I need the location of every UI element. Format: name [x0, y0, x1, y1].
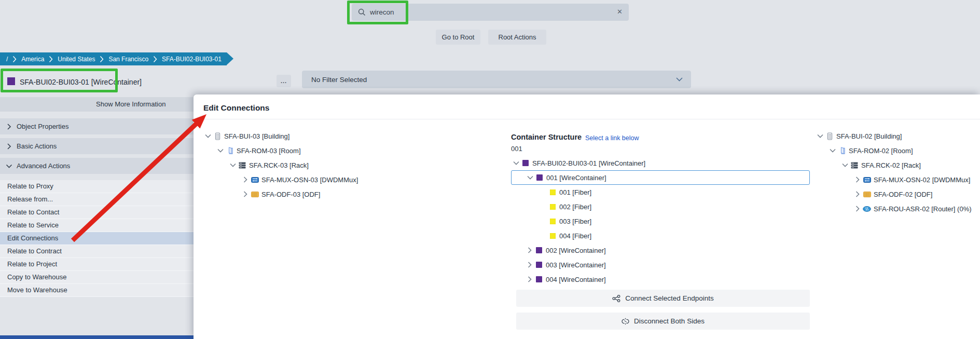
disconnect-icon — [622, 318, 629, 325]
tree-node-label: SFA-ROM-02 [Room] — [849, 147, 913, 155]
dialog-title: Edit Connections — [203, 103, 269, 113]
building-icon — [824, 132, 835, 140]
tree-row[interactable]: SFA-ROM-02 [Room] — [815, 143, 972, 158]
tree-row[interactable]: SFA.RCK-02 [Rack] — [815, 158, 972, 172]
action-item-move-to-warehouse[interactable]: Move to Warehouse — [0, 284, 194, 297]
chevron-down-icon[interactable] — [205, 132, 211, 140]
show-more-information-label[interactable]: Show More Information — [96, 97, 165, 112]
close-icon[interactable]: ✕ — [617, 8, 623, 16]
advanced-actions-list: Relate to ProxyRelease from...Relate to … — [0, 180, 194, 297]
rack-icon — [237, 162, 247, 169]
action-item-relate-to-contract[interactable]: Relate to Contract — [0, 245, 194, 258]
breadcrumb-separator-icon — [153, 56, 157, 63]
tree-row[interactable]: SFA-BUI-03 [Building] — [203, 129, 358, 143]
tree-row[interactable]: SFA-ODF-03 [ODF] — [203, 187, 358, 201]
tree-node-label: SFA.RCK-03 [Rack] — [249, 161, 309, 169]
dialog-buttons: Connect Selected EndpointsDisconnect Bot… — [516, 94, 810, 339]
action-item-relate-to-service[interactable]: Relate to Service — [0, 219, 194, 232]
tree-node-label: SFA-MUX-OSN-03 [DWDMMux] — [261, 176, 358, 184]
search-input[interactable] — [370, 8, 629, 16]
sidebar-sections: Object PropertiesBasic ActionsAdvanced A… — [0, 118, 194, 174]
sidebar-section-basic-actions[interactable]: Basic Actions — [0, 138, 194, 154]
edit-connections-dialog: Edit Connections SFA-BUI-03 [Building]SF… — [194, 94, 980, 339]
left-endpoint-tree: SFA-BUI-03 [Building]SFA-ROM-03 [Room]SF… — [203, 129, 358, 201]
tree-node-label: SFA-MUX-OSN-02 [DWDMMux] — [874, 176, 970, 184]
tree-node-label: SFA-ROU-ASR-02 [Router] (0%) — [874, 205, 972, 213]
action-item-edit-connections[interactable]: Edit Connections — [0, 232, 194, 245]
chevron-right-icon[interactable] — [853, 191, 862, 197]
chevron-down-icon[interactable] — [842, 161, 848, 169]
breadcrumb-item-root[interactable]: / — [6, 56, 8, 63]
chevron-right-icon[interactable] — [853, 206, 862, 212]
dialog-button-label: Disconnect Both Sides — [634, 317, 705, 325]
tree-row[interactable]: SFA-MUX-OSN-02 [DWDMMux] — [815, 172, 972, 187]
breadcrumb-separator-icon — [49, 56, 53, 63]
breadcrumb-item-america[interactable]: America — [21, 56, 44, 63]
action-item-relate-to-project[interactable]: Relate to Project — [0, 258, 194, 271]
breadcrumb-item-united-states[interactable]: United States — [58, 56, 95, 63]
chevron-down-icon[interactable] — [217, 146, 224, 155]
breadcrumb: /AmericaUnited StatesSan FranciscoSFA-BU… — [0, 52, 227, 65]
app-canvas: ✕ Go to Root Root Actions /AmericaUnited… — [0, 0, 980, 339]
tree-row[interactable]: SFA-MUX-OSN-03 [DWDMMux] — [203, 172, 358, 187]
tree-node-label: SFA-BUI-03 [Building] — [224, 132, 289, 140]
action-item-copy-to-warehouse[interactable]: Copy to Warehouse — [0, 271, 194, 284]
chevron-down-icon[interactable] — [830, 146, 836, 155]
action-item-relate-to-contact[interactable]: Relate to Contact — [0, 206, 194, 219]
room-icon — [837, 147, 847, 154]
tree-node-label: SFA-ROM-03 [Room] — [237, 147, 301, 155]
room-icon — [225, 147, 235, 154]
chevron-down-icon[interactable] — [817, 132, 823, 140]
object-title: SFA-BUI02-BUI03-01 [WireContainer] — [20, 78, 142, 86]
breadcrumb-separator-icon — [100, 56, 104, 63]
share-icon — [612, 295, 620, 302]
chevron-down-icon — [676, 77, 683, 82]
chevron-right-icon[interactable] — [241, 191, 250, 197]
filter-dropdown[interactable]: No Filter Selected — [302, 71, 691, 88]
rack-icon — [849, 162, 860, 169]
dwdmmux-icon — [862, 177, 872, 183]
filter-dropdown-value: No Filter Selected — [311, 76, 367, 84]
action-item-relate-to-proxy[interactable]: Relate to Proxy — [0, 180, 194, 193]
show-more-information-bar[interactable]: Show More Information — [0, 97, 209, 112]
sidebar-section-label: Basic Actions — [17, 142, 57, 150]
chevron-down-icon — [6, 164, 12, 168]
tree-node-label: SFA-ODF-03 [ODF] — [261, 191, 320, 198]
search-box[interactable]: ✕ — [352, 4, 629, 21]
breadcrumb-separator-icon — [12, 56, 17, 63]
dialog-button-disconnect-both-sides[interactable]: Disconnect Both Sides — [516, 313, 810, 330]
go-to-root-button[interactable]: Go to Root — [436, 30, 480, 45]
root-actions-button[interactable]: Root Actions — [488, 30, 546, 45]
odf-icon — [862, 192, 872, 197]
dialog-button-connect-selected-endpoints[interactable]: Connect Selected Endpoints — [516, 290, 810, 307]
tree-node-label: SFA-BUI-02 [Building] — [836, 132, 902, 140]
odf-icon — [250, 192, 260, 197]
breadcrumb-item-sfa-bui02-bui03-01[interactable]: SFA-BUI02-BUI03-01 — [162, 56, 222, 63]
sidebar-section-advanced-actions[interactable]: Advanced Actions — [0, 158, 194, 174]
chevron-right-icon[interactable] — [853, 177, 862, 183]
chevron-right-icon[interactable] — [241, 177, 250, 183]
sidebar-section-label: Advanced Actions — [17, 162, 70, 170]
search-icon — [358, 8, 366, 16]
more-options-button[interactable]: ... — [277, 75, 291, 87]
tree-row[interactable]: SFA-ROM-03 [Room] — [203, 143, 358, 158]
tree-node-label: SFA-ODF-02 [ODF] — [874, 191, 932, 198]
right-endpoint-tree: SFA-BUI-02 [Building]SFA-ROM-02 [Room]SF… — [815, 129, 972, 216]
tree-row[interactable]: SFA.RCK-03 [Rack] — [203, 158, 358, 172]
wirecontainer-icon — [7, 77, 15, 85]
building-icon — [212, 132, 223, 140]
dialog-button-label: Connect Selected Endpoints — [625, 294, 713, 302]
tree-row[interactable]: SFA-ODF-02 [ODF] — [815, 187, 972, 201]
sidebar-section-label: Object Properties — [17, 123, 68, 130]
tree-row[interactable]: SFA-ROU-ASR-02 [Router] (0%) — [815, 201, 972, 216]
chevron-right-icon — [7, 143, 11, 150]
tree-row[interactable]: SFA-BUI-02 [Building] — [815, 129, 972, 143]
sidebar-section-object-properties[interactable]: Object Properties — [0, 118, 194, 134]
bottom-strip — [0, 335, 194, 339]
router-icon — [862, 206, 872, 212]
action-item-release-from[interactable]: Release from... — [0, 193, 194, 206]
dwdmmux-icon — [250, 177, 260, 183]
chevron-down-icon[interactable] — [230, 161, 236, 169]
breadcrumb-item-san-francisco[interactable]: San Francisco — [108, 56, 148, 63]
chevron-right-icon — [7, 124, 11, 130]
